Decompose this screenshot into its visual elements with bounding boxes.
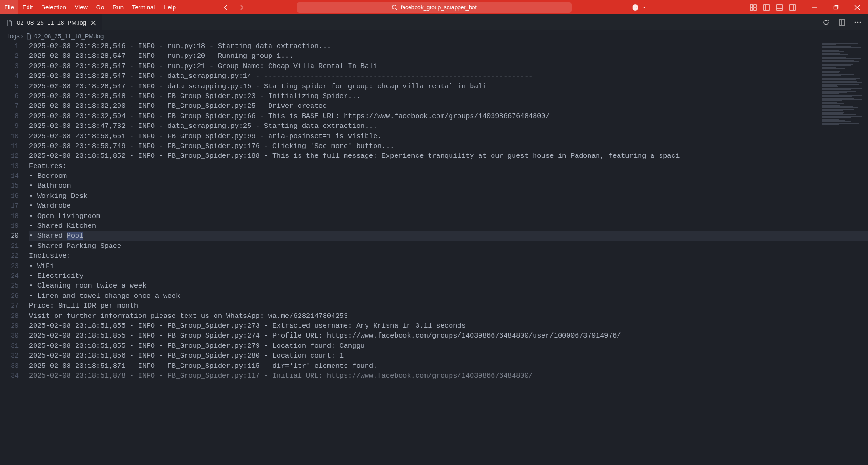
editor-tab[interactable]: 02_08_25_11_18_PM.log (0, 14, 102, 30)
window-close-button[interactable] (847, 0, 868, 14)
svg-point-2 (636, 7, 637, 7)
search-icon (391, 4, 398, 11)
svg-rect-4 (754, 5, 756, 7)
window-minimize-button[interactable] (804, 0, 825, 14)
breadcrumb[interactable]: logs › 02_08_25_11_18_PM.log (0, 30, 868, 42)
code-line[interactable]: Visit or further information please text… (29, 311, 868, 321)
url-link[interactable]: https://www.facebook.com/groups/14039866… (344, 113, 549, 120)
menu-item-view[interactable]: View (70, 0, 92, 14)
code-line[interactable]: • Bathroom (29, 181, 868, 191)
code-line[interactable]: 2025-02-08 23:18:51,855 - INFO - FB_Grou… (29, 321, 868, 331)
file-icon (25, 33, 32, 40)
menu-item-help[interactable]: Help (159, 0, 180, 14)
window-maximize-button[interactable] (825, 0, 847, 14)
customize-layout-button[interactable] (750, 4, 757, 11)
menu-item-go[interactable]: Go (92, 0, 108, 14)
search-text: facebook_group_scrapper_bot (401, 4, 477, 11)
svg-rect-14 (834, 6, 837, 9)
code-line[interactable]: 2025-02-08 23:18:50,749 - INFO - FB_Grou… (29, 141, 868, 151)
svg-rect-3 (750, 5, 753, 7)
toggle-secondary-sidebar-button[interactable] (789, 4, 796, 11)
code-line[interactable]: • Wardrobe (29, 201, 868, 211)
code-line[interactable]: • Bedroom (29, 171, 868, 181)
svg-point-1 (634, 7, 635, 7)
svg-rect-5 (750, 8, 753, 10)
code-line[interactable]: Price: 9mill IDR per month (29, 301, 868, 311)
code-line[interactable]: 2025-02-08 23:18:28,548 - INFO - FB_Grou… (29, 92, 868, 101)
code-line[interactable]: 2025-02-08 23:18:51,855 - INFO - FB_Grou… (29, 341, 868, 351)
tab-filename: 02_08_25_11_18_PM.log (17, 19, 86, 26)
code-line[interactable]: 2025-02-08 23:18:51,855 - INFO - FB_Grou… (29, 331, 868, 341)
editor-actions (822, 14, 868, 30)
code-line[interactable]: 2025-02-08 23:18:51,871 - INFO - FB_Grou… (29, 361, 868, 371)
code-line[interactable]: 2025-02-08 23:18:51,856 - INFO - FB_Grou… (29, 351, 868, 361)
nav-forward-button[interactable] (238, 4, 245, 11)
svg-point-21 (855, 22, 856, 23)
code-line[interactable]: 2025-02-08 23:18:47,732 - INFO - data_sc… (29, 121, 868, 131)
svg-point-23 (860, 22, 861, 23)
svg-point-0 (392, 5, 396, 9)
menu-item-run[interactable]: Run (108, 0, 128, 14)
command-center-search[interactable]: facebook_group_scrapper_bot (297, 2, 572, 13)
copilot-icon (631, 3, 639, 12)
code-line[interactable]: 2025-02-08 23:18:51,878 - INFO - FB_Grou… (29, 371, 868, 381)
menu-item-selection[interactable]: Selection (37, 0, 70, 14)
code-line[interactable]: 2025-02-08 23:18:28,547 - INFO - run.py:… (29, 51, 868, 61)
menu-item-terminal[interactable]: Terminal (128, 0, 159, 14)
code-line[interactable]: 2025-02-08 23:18:50,651 - INFO - FB_Grou… (29, 132, 868, 141)
code-line[interactable]: • Shared Kitchen (29, 221, 868, 231)
code-line[interactable]: Features: (29, 162, 868, 171)
svg-rect-6 (754, 8, 756, 10)
code-line[interactable]: • Open Livingroom (29, 211, 868, 221)
menu-item-file[interactable]: File (0, 0, 18, 14)
code-line[interactable]: 2025-02-08 23:18:28,547 - INFO - run.py:… (29, 62, 868, 71)
titlebar: FileEditSelectionViewGoRunTerminalHelp f… (0, 0, 868, 14)
code-line[interactable]: • Cleaning room twice a week (29, 281, 868, 291)
more-actions-button[interactable] (854, 19, 861, 26)
line-number-gutter: 1234567891011121314151617181920212223242… (0, 42, 29, 465)
file-icon (6, 19, 13, 27)
code-line[interactable]: 2025-02-08 23:18:28,547 - INFO - data_sc… (29, 82, 868, 92)
editor-content[interactable]: 2025-02-08 23:18:28,546 - INFO - run.py:… (29, 42, 868, 465)
breadcrumb-file: 02_08_25_11_18_PM.log (34, 33, 104, 40)
svg-rect-11 (790, 5, 795, 10)
breadcrumb-separator-icon: › (21, 33, 23, 40)
code-line[interactable]: • WiFi (29, 261, 868, 271)
tab-bar: 02_08_25_11_18_PM.log (0, 14, 868, 30)
tab-close-button[interactable] (90, 20, 97, 26)
chevron-down-icon (641, 5, 646, 10)
code-line[interactable]: • Electricity (29, 271, 868, 281)
editor[interactable]: 1234567891011121314151617181920212223242… (0, 42, 868, 465)
code-line[interactable]: • Shared Parking Space (29, 241, 868, 251)
breadcrumb-folder: logs (8, 33, 20, 40)
nav-arrows (222, 4, 245, 11)
code-line[interactable]: Inclusive: (29, 251, 868, 261)
svg-rect-9 (777, 5, 782, 10)
menu-item-edit[interactable]: Edit (18, 0, 37, 14)
code-line[interactable]: 2025-02-08 23:18:32,290 - INFO - FB_Grou… (29, 101, 868, 111)
toggle-primary-sidebar-button[interactable] (763, 4, 770, 11)
toggle-panel-button[interactable] (776, 4, 783, 11)
code-line[interactable]: • Linen and towel change once a week (29, 291, 868, 301)
svg-point-22 (857, 22, 859, 23)
code-line[interactable]: • Working Desk (29, 191, 868, 201)
reload-button[interactable] (822, 19, 830, 26)
code-line[interactable]: 2025-02-08 23:18:28,547 - INFO - data_sc… (29, 71, 868, 81)
svg-rect-7 (764, 5, 769, 10)
nav-back-button[interactable] (222, 4, 229, 11)
url-link[interactable]: https://www.facebook.com/groups/14039866… (327, 332, 621, 340)
menu-bar: FileEditSelectionViewGoRunTerminalHelp (0, 0, 180, 14)
split-editor-button[interactable] (838, 19, 846, 26)
code-line[interactable]: • Shared Pool (29, 231, 868, 241)
minimap[interactable] (822, 42, 867, 135)
code-line[interactable]: 2025-02-08 23:18:51,852 - INFO - FB_Grou… (29, 151, 868, 161)
code-line[interactable]: 2025-02-08 23:18:28,546 - INFO - run.py:… (29, 42, 868, 51)
copilot-button[interactable] (631, 3, 646, 12)
code-line[interactable]: 2025-02-08 23:18:32,594 - INFO - FB_Grou… (29, 112, 868, 121)
